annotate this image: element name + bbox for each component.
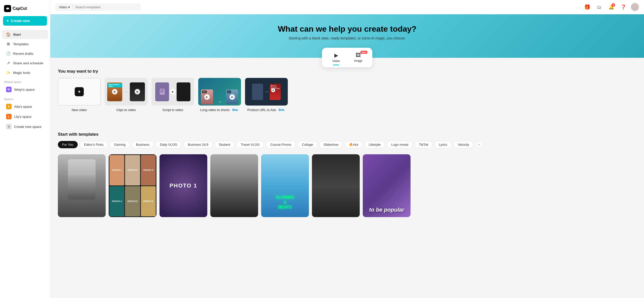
template-card-slowmo[interactable]: SLOWMOXBEATS (261, 154, 309, 217)
grid-cell-4: PHOTO 4 (109, 186, 124, 217)
hero-title: What can we help you create today? (55, 24, 639, 34)
try-section-title: You may want to try (58, 69, 636, 74)
product-url-thumbnail: → Back to Success Black Friday ▶ (245, 78, 288, 106)
hero-banner: What can we help you create today? Start… (50, 14, 644, 58)
grid-cell-6: PHOTO 6 (141, 186, 156, 217)
tab-course-promo[interactable]: Course Promo (266, 141, 296, 148)
grid-cell-2: PHOTO 2 (125, 155, 140, 185)
notifications-button[interactable]: 🔔 2 (607, 3, 616, 12)
arrow-icon: → (124, 89, 128, 94)
play-icon: ▶ (170, 89, 176, 94)
tab-lyrics[interactable]: Lyrics (434, 141, 451, 148)
sidebar-item-label: Recent drafts (13, 52, 33, 56)
tab-scroll-right-button[interactable]: › (475, 141, 482, 148)
script-thumb-a (155, 82, 169, 101)
template-grid: PHOTO 1 PHOTO 2 PHOTO 3 PHOTO 4 PHOTO 5 … (58, 154, 636, 217)
try-card-script-to-video[interactable]: → ▶ Script to video (151, 78, 194, 112)
script-thumb-b: ▶ (177, 82, 190, 101)
main-area: Video ▾ 🎁 🗂 🔔 2 ❓ What can we help you c… (50, 0, 644, 298)
template-card-bw[interactable] (58, 154, 106, 217)
sidebar-item-label: Share and schedule (13, 61, 43, 65)
space-name: Alia's space (14, 105, 32, 109)
svg-rect-3 (160, 91, 163, 91)
try-card-product-url[interactable]: → Back to Success Black Friday ▶ Product… (245, 78, 288, 112)
sidebar-item-share-schedule[interactable]: ↗ Share and schedule (2, 59, 48, 68)
tab-travel-vlog[interactable]: Travel VLOG (236, 141, 264, 148)
template-card-popular[interactable]: to be popular (363, 154, 411, 217)
sidebar-item-label: Templates (13, 42, 29, 46)
capcut-logo-icon (4, 5, 11, 12)
create-btn-label: Create new (11, 19, 30, 23)
create-new-button[interactable]: + Create new (3, 16, 47, 26)
product-thumb-a (252, 84, 263, 100)
share-icon: ↗ (6, 61, 11, 65)
svg-rect-4 (160, 92, 164, 92)
try-card-clips-to-video[interactable]: ▶ New Fashion Style → ▶ Clips to video (105, 78, 147, 112)
tab-velocity[interactable]: Velocity (454, 141, 473, 148)
arrow-icon: → (217, 99, 222, 105)
template-card-photo-grid[interactable]: PHOTO 1 PHOTO 2 PHOTO 3 PHOTO 4 PHOTO 5 … (109, 154, 156, 217)
store-button[interactable]: 🗂 (595, 3, 604, 12)
play-icon: ▶ (135, 89, 140, 94)
tab-gaming[interactable]: Gaming (110, 141, 130, 148)
hero-tab-image[interactable]: New 🖼 Image (348, 50, 368, 65)
space-avatar-a: A (6, 104, 12, 109)
chevron-down-icon: ▾ (68, 5, 70, 9)
plus-icon: + (7, 19, 9, 23)
duration-badge: 8s (227, 90, 231, 93)
try-card-long-video[interactable]: 92s ▶ → 8s ▶ Long video to shorts (198, 78, 241, 112)
template-card-girl-hat[interactable] (210, 154, 258, 217)
hero-tab-video[interactable]: ▶ Video (326, 50, 346, 65)
new-video-thumbnail: + (58, 78, 101, 106)
arrow-icon: → (264, 89, 269, 94)
space-item-lily[interactable]: L Lily's space (2, 112, 48, 121)
user-avatar[interactable] (631, 3, 639, 11)
default-space-label: Default space (0, 77, 50, 84)
beta-badge: Beta (231, 108, 239, 112)
create-new-space-item[interactable]: + Create new space (2, 122, 48, 131)
notification-badge: 2 (612, 3, 615, 7)
space-avatar-l: L (6, 114, 12, 119)
help-button[interactable]: ❓ (619, 3, 628, 12)
sidebar-item-templates[interactable]: ⊞ Templates (2, 39, 48, 48)
tab-slideshow[interactable]: Slideshow (319, 141, 343, 148)
search-input[interactable] (75, 5, 137, 9)
template-card-photo1[interactable]: PHOTO 1 (159, 154, 207, 217)
new-badge: New (360, 51, 367, 54)
tab-logo-reveal[interactable]: Logo reveal (387, 141, 413, 148)
template-card-dark-girl[interactable] (312, 154, 360, 217)
tab-student[interactable]: Student (215, 141, 234, 148)
space-name: Lily's space (14, 115, 31, 119)
tab-editors-picks[interactable]: Editor's Picks (80, 141, 108, 148)
content-area: What can we help you create today? Start… (50, 14, 644, 298)
clock-icon: 🕐 (6, 51, 11, 56)
search-type-dropdown[interactable]: Video ▾ (59, 5, 73, 9)
space-item-alia[interactable]: A Alia's space (2, 102, 48, 111)
hero-tabs: ▶ Video New 🖼 Image (322, 48, 372, 67)
gift-button[interactable]: 🎁 (583, 3, 592, 12)
tab-business[interactable]: Business (132, 141, 154, 148)
play-icon: ▶ (204, 94, 210, 100)
template-tabs: For You Editor's Picks Gaming Business D… (58, 141, 636, 150)
sidebar-item-start[interactable]: 🏠 Start (2, 30, 48, 39)
tab-tiktok[interactable]: TikTok (415, 141, 432, 148)
try-card-new-video[interactable]: + New video (58, 78, 101, 112)
default-space-item[interactable]: W Weiyi's space (2, 85, 48, 94)
tab-daily-vlog[interactable]: Daily VLOG (156, 141, 182, 148)
duration-badge: 92s (202, 90, 207, 93)
script-to-video-thumbnail: → ▶ (151, 78, 194, 106)
spaces-label: Spaces (0, 94, 50, 102)
help-icon: ❓ (621, 4, 626, 10)
tab-lifestyle[interactable]: Lifestyle (365, 141, 385, 148)
tab-business-169[interactable]: Business 16:9 (183, 141, 213, 148)
sidebar-item-magic-tools[interactable]: ✨ Magic tools (2, 68, 48, 77)
gift-icon: 🎁 (584, 4, 590, 10)
templates-section-title: Start with templates (58, 132, 636, 137)
tab-collage[interactable]: Collage (298, 141, 317, 148)
sidebar-item-recent-drafts[interactable]: 🕐 Recent drafts (2, 49, 48, 58)
tab-hot[interactable]: 🔥Hot (345, 141, 362, 148)
image-tab-icon: 🖼 (356, 52, 361, 58)
try-cards-list: + New video ▶ New Fashion Style → (58, 78, 636, 112)
tab-for-you[interactable]: For You (58, 141, 78, 148)
search-container: Video ▾ (55, 4, 141, 11)
